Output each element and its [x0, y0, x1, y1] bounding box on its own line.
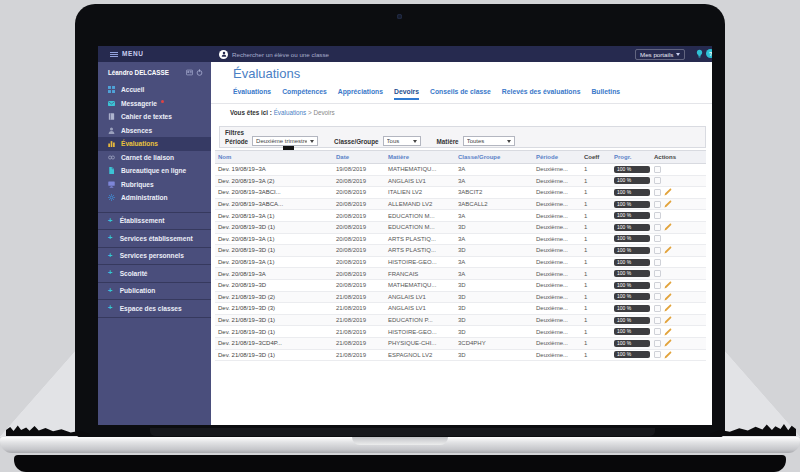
logout-power-icon[interactable]: [196, 69, 203, 76]
edit-action-icon[interactable]: [664, 328, 672, 336]
view-action-icon[interactable]: [654, 166, 661, 173]
table-row[interactable]: Dev. 20/08/19~3A (2)20/08/2019ANGLAIS LV…: [215, 176, 706, 188]
person-icon: [108, 127, 115, 134]
lightbulb-icon[interactable]: [695, 49, 704, 58]
sidebar-item-rubriques[interactable]: Rubriques: [98, 178, 211, 192]
help-icon[interactable]: ?: [706, 49, 712, 58]
sidebar-item-administration[interactable]: Administration: [98, 191, 211, 205]
tab-devoirs[interactable]: Devoirs: [394, 88, 419, 100]
sidebar-item-messagerie[interactable]: Messagerie: [98, 97, 211, 111]
cell-progress: 100 %: [611, 235, 651, 242]
view-action-icon[interactable]: [654, 317, 661, 324]
column-header-classegroupe[interactable]: Classe/Groupe: [455, 154, 533, 160]
cell-group: 3ABCALL2: [455, 201, 533, 207]
table-row[interactable]: Dev. 20/08/19~3A (1)20/08/2019HISTOIRE-G…: [215, 257, 706, 269]
tab-releves-des-evaluations[interactable]: Relevés des évaluations: [502, 88, 581, 100]
table-row[interactable]: Dev. 20/08/19~3ABCA...20/08/2019ALLEMAND…: [215, 199, 706, 211]
sidebar-item-absences[interactable]: Absences: [98, 124, 211, 138]
breadcrumb-link-evaluations[interactable]: Évaluations: [274, 109, 307, 116]
search-input[interactable]: Rechercher un élève ou une classe: [232, 51, 329, 58]
column-header-date[interactable]: Date: [333, 154, 385, 160]
view-action-icon[interactable]: [654, 259, 661, 266]
sidebar-item-accueil[interactable]: Accueil: [98, 83, 211, 97]
table-row[interactable]: Dev. 20/08/19~3A20/08/2019FRANCAIS3ADeux…: [215, 268, 706, 280]
table-row[interactable]: Dev. 21/08/19~3D (2)21/08/2019ANGLAIS LV…: [215, 292, 706, 304]
tab-appreciations[interactable]: Appréciations: [338, 88, 383, 100]
column-header-matiere[interactable]: Matière: [385, 154, 455, 160]
sidebar-section-scolarite[interactable]: +Scolarité: [98, 264, 211, 282]
sidebar-item-cahier-de-textes[interactable]: Cahier de textes: [98, 110, 211, 124]
cell-coeff: 1: [581, 329, 611, 335]
table-row[interactable]: Dev. 20/08/19~3D20/08/2019MATHEMATIQU...…: [215, 280, 706, 292]
view-action-icon[interactable]: [654, 247, 661, 254]
table-row[interactable]: Dev. 20/08/19~3ABCI...20/08/2019ITALIEN …: [215, 187, 706, 199]
cell-date: 20/08/2019: [333, 282, 385, 288]
cell-actions: [651, 166, 706, 173]
my-portals-dropdown[interactable]: Mes portails: [635, 49, 685, 60]
cell-subject: MATHEMATIQU...: [385, 166, 455, 172]
cell-coeff: 1: [581, 224, 611, 230]
menu-label[interactable]: MENU: [122, 50, 144, 57]
edit-action-icon[interactable]: [664, 304, 672, 312]
table-row[interactable]: Dev. 20/08/19~3A (1)20/08/2019ARTS PLAST…: [215, 234, 706, 246]
edit-action-icon[interactable]: [664, 281, 672, 289]
edit-action-icon[interactable]: [664, 339, 672, 347]
column-header-actions[interactable]: Actions: [651, 154, 706, 160]
sidebar-section-espace-des-classes[interactable]: +Espace des classes: [98, 299, 211, 318]
column-header-progr[interactable]: Progr.: [611, 154, 651, 160]
tab-bulletins[interactable]: Bulletins: [591, 88, 620, 100]
view-action-icon[interactable]: [654, 224, 661, 231]
edit-action-icon[interactable]: [664, 200, 672, 208]
filter-select-periode[interactable]: Deuxième trimestre: [252, 136, 318, 146]
app-screen: MENU Rechercher un élève ou une classe M…: [98, 46, 712, 425]
sidebar-item-evaluations[interactable]: Évaluations: [98, 137, 211, 151]
table-row[interactable]: Dev. 20/08/19~3D (1)20/08/2019EDUCATION …: [215, 222, 706, 234]
view-action-icon[interactable]: [654, 201, 661, 208]
sidebar-item-carnet-de-liaison[interactable]: Carnet de liaison: [98, 151, 211, 165]
table-row[interactable]: Dev. 21/08/19~3D (1)21/08/2019ESPAGNOL L…: [215, 350, 706, 362]
filter-select-classegroupe[interactable]: Tous: [383, 136, 421, 146]
tab-conseils-de-classe[interactable]: Conseils de classe: [430, 88, 491, 100]
edit-action-icon[interactable]: [664, 316, 672, 324]
sidebar-section-publication[interactable]: +Publication: [98, 282, 211, 300]
sidebar-item-bureautique-en-ligne[interactable]: Bureautique en ligne: [98, 164, 211, 178]
table-row[interactable]: Dev. 21/08/19~3CD4P...21/08/2019PHYSIQUE…: [215, 338, 706, 350]
sidebar-section-services-etablissement[interactable]: +Services établissement: [98, 229, 211, 247]
table-row[interactable]: Dev. 19/08/19~3A19/08/2019MATHEMATIQU...…: [215, 164, 706, 176]
edit-action-icon[interactable]: [664, 223, 672, 231]
table-row[interactable]: Dev. 21/08/19~3D (1)21/08/2019EDUCATION …: [215, 315, 706, 327]
cell-name: Dev. 21/08/19~3D (1): [215, 329, 333, 335]
view-action-icon[interactable]: [654, 293, 661, 300]
view-action-icon[interactable]: [654, 270, 661, 277]
sidebar-section-etablissement[interactable]: +Établissement: [98, 212, 211, 230]
cell-period: Deuxième...: [533, 352, 581, 358]
profile-card-icon[interactable]: [186, 69, 193, 76]
tab-competences[interactable]: Compétences: [282, 88, 327, 100]
view-action-icon[interactable]: [654, 351, 661, 358]
edit-action-icon[interactable]: [664, 246, 672, 254]
column-header-nom[interactable]: Nom: [215, 154, 333, 160]
table-row[interactable]: Dev. 20/08/19~3D (1)20/08/2019ARTS PLAST…: [215, 245, 706, 257]
view-action-icon[interactable]: [654, 235, 661, 242]
table-row[interactable]: Dev. 21/08/19~3D (3)21/08/2019ANGLAIS LV…: [215, 303, 706, 315]
table-row[interactable]: Dev. 21/08/19~3D (1)21/08/2019HISTOIRE-G…: [215, 326, 706, 338]
edit-action-icon[interactable]: [664, 188, 672, 196]
cell-group: 3A: [455, 259, 533, 265]
edit-action-icon[interactable]: [664, 351, 672, 359]
cell-actions: [651, 316, 706, 324]
table-row[interactable]: Dev. 20/08/19~3A (1)20/08/2019EDUCATION …: [215, 210, 706, 222]
column-header-periode[interactable]: Période: [533, 154, 581, 160]
hamburger-menu-icon[interactable]: [110, 52, 118, 57]
view-action-icon[interactable]: [654, 305, 661, 312]
view-action-icon[interactable]: [654, 282, 661, 289]
tab-evaluations[interactable]: Évaluations: [233, 88, 271, 100]
sidebar-section-services-personnels[interactable]: +Services personnels: [98, 247, 211, 265]
view-action-icon[interactable]: [654, 328, 661, 335]
view-action-icon[interactable]: [654, 189, 661, 196]
view-action-icon[interactable]: [654, 212, 661, 219]
column-header-coeff[interactable]: Coeff: [581, 154, 611, 160]
filter-select-matiere[interactable]: Toutes: [463, 136, 515, 146]
view-action-icon[interactable]: [654, 340, 661, 347]
view-action-icon[interactable]: [654, 177, 661, 184]
edit-action-icon[interactable]: [664, 293, 672, 301]
